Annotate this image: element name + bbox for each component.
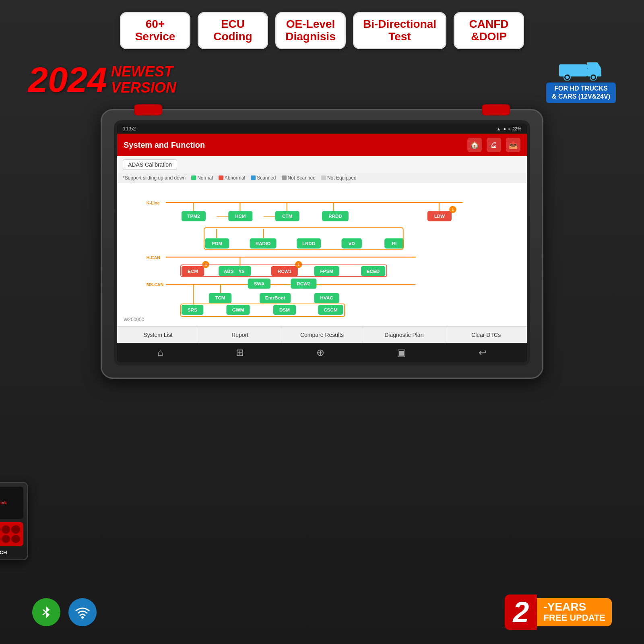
wifi-icon xyxy=(68,598,97,626)
badge-bidir-line2: Test xyxy=(363,31,436,43)
clear-dtcs-button[interactable]: Clear DTCs xyxy=(445,327,527,343)
not-scanned-dot xyxy=(282,175,287,180)
print-button[interactable]: 🖨 xyxy=(487,138,501,152)
year-label: 2024 xyxy=(28,62,107,97)
connectivity-icons xyxy=(32,598,97,626)
badge-canfd-line2: &DOIP xyxy=(464,31,514,43)
export-button[interactable]: 📤 xyxy=(506,138,520,152)
vehicle-id: W200000 xyxy=(124,317,144,322)
label-hcm: HCM xyxy=(235,213,246,219)
adas-calibration-button[interactable]: ADAS Calibration xyxy=(123,159,177,170)
system-diagram: K-Line H-CAN MS-CAN xyxy=(125,190,519,318)
svg-marker-2 xyxy=(587,62,601,68)
sub-header: ADAS Calibration xyxy=(117,156,527,173)
badge-service: 60+ Service xyxy=(120,12,190,49)
legend-bar: *Support sliding up and down Normal Abno… xyxy=(117,173,527,183)
legend-abnormal: Abnormal xyxy=(219,175,245,181)
smartlink-brand: LAUNCH xyxy=(0,549,23,555)
battery-percent: 22% xyxy=(512,126,521,131)
update-free: FREE UPDATE xyxy=(543,613,605,623)
update-dash: -YEARS xyxy=(543,601,605,613)
label-ecm: ECM xyxy=(188,268,198,274)
newest-label: NEWEST xyxy=(111,64,176,80)
print-nav-icon[interactable]: ⊕ xyxy=(316,347,324,358)
badge-ecu: ECU Coding xyxy=(198,12,268,49)
app-title: System and Function xyxy=(124,140,205,150)
badge-oe-line2: Diagnisis xyxy=(285,31,336,43)
label-swa: SWA xyxy=(254,281,265,286)
legend-scanned-label: Scanned xyxy=(257,175,276,181)
speaker-dot xyxy=(11,535,20,543)
mscan-label: MS-CAN xyxy=(147,283,164,287)
case-handle-left xyxy=(134,104,162,116)
badge-canfd: CANFD &DOIP xyxy=(454,12,524,49)
svg-point-6 xyxy=(592,76,595,79)
bottom-section: 2 -YEARS FREE UPDATE xyxy=(16,588,628,636)
diagram-area[interactable]: K-Line H-CAN MS-CAN xyxy=(117,183,527,326)
label-rcw2: RCW2 xyxy=(297,281,310,286)
image-nav-icon[interactable]: ▣ xyxy=(397,347,406,358)
label-fpsm: FPSM xyxy=(320,268,333,274)
badge-bidir-line1: Bi-Directional xyxy=(363,18,436,31)
legend-normal: Normal xyxy=(191,175,213,181)
truck-icon xyxy=(557,56,605,80)
report-button[interactable]: Report xyxy=(199,327,281,343)
version-text: 2024 NEWEST VERSION xyxy=(28,62,176,97)
signal-icon: ● xyxy=(503,126,506,131)
app-header-icons: 🏠 🖨 📤 xyxy=(467,138,520,152)
badge-ecu-line1: ECU xyxy=(208,18,258,31)
label-lrdd: LRDD xyxy=(302,241,315,246)
label-ldw: LDW xyxy=(434,213,445,219)
bluetooth-icon xyxy=(32,598,60,626)
battery-icon: ▪ xyxy=(508,126,510,131)
main-container: 60+ Service ECU Coding OE-Level Diagnisi… xyxy=(0,0,644,644)
legend-normal-label: Normal xyxy=(197,175,213,181)
hcan-label: H-CAN xyxy=(147,255,160,260)
badges-row: 60+ Service ECU Coding OE-Level Diagnisi… xyxy=(16,12,628,49)
truck-section: FOR HD TRUCKS & CARS (12V&24V) xyxy=(546,56,616,103)
abnormal-dot xyxy=(219,175,223,180)
label-radio: RADIO xyxy=(256,241,270,246)
apps-nav-icon[interactable]: ⊞ xyxy=(236,347,244,358)
svg-point-25 xyxy=(81,616,84,619)
legend-not-scanned-label: Not Scanned xyxy=(288,175,316,181)
back-nav-icon[interactable]: ↩ xyxy=(479,347,487,358)
app-header: System and Function 🏠 🖨 📤 xyxy=(117,134,527,156)
speaker-dot xyxy=(0,525,0,534)
compare-results-button[interactable]: Compare Results xyxy=(281,327,363,343)
badge-service-line2: Service xyxy=(130,31,180,43)
version-banner: 2024 NEWEST VERSION FOR HD TRUCKS & CARS… xyxy=(16,56,628,103)
home-button[interactable]: 🏠 xyxy=(467,138,482,152)
label-vd: VD xyxy=(349,241,355,246)
diagnostic-plan-button[interactable]: Diagnostic Plan xyxy=(363,327,445,343)
legend-not-equipped: Not Equipped xyxy=(321,175,357,181)
label-tcm: TCM xyxy=(215,295,225,301)
home-nav-icon[interactable]: ⌂ xyxy=(157,347,163,358)
label-dsm: DSM xyxy=(279,307,290,312)
smartlink-device: SmartLink LAUNCH xyxy=(0,482,28,560)
system-list-button[interactable]: System List xyxy=(117,327,199,343)
legend-scanned: Scanned xyxy=(251,175,276,181)
tablet[interactable]: 11:52 ▲ ● ▪ 22% System and Function 🏠 🖨 … xyxy=(114,120,530,365)
normal-dot xyxy=(191,175,196,180)
status-icons: ▲ ● ▪ 22% xyxy=(497,126,521,131)
status-time: 11:52 xyxy=(123,126,136,132)
speaker-dot xyxy=(2,535,10,543)
legend-not-scanned: Not Scanned xyxy=(282,175,316,181)
legend-abnormal-label: Abnormal xyxy=(225,175,245,181)
badge-ecu-line2: Coding xyxy=(208,31,258,43)
nav-bar: ⌂ ⊞ ⊕ ▣ ↩ xyxy=(117,343,527,362)
legend-not-equipped-label: Not Equipped xyxy=(327,175,357,181)
tablet-case: 11:52 ▲ ● ▪ 22% System and Function 🏠 🖨 … xyxy=(101,109,543,379)
svg-rect-0 xyxy=(559,64,587,76)
label-abs: ABS xyxy=(224,268,234,274)
speaker-dot xyxy=(0,535,0,543)
label-gwm: GWM xyxy=(232,307,244,312)
smartlink-screen: SmartLink xyxy=(0,487,23,519)
update-badge: 2 -YEARS FREE UPDATE xyxy=(505,594,612,630)
case-handle-right xyxy=(482,104,510,116)
label-entrboot: EntrBoot xyxy=(265,295,285,301)
label-cscm: CSCM xyxy=(324,307,337,312)
badge-oe: OE-Level Diagnisis xyxy=(275,12,346,49)
truck-badge-line2: & CARS (12V&24V) xyxy=(552,93,610,100)
